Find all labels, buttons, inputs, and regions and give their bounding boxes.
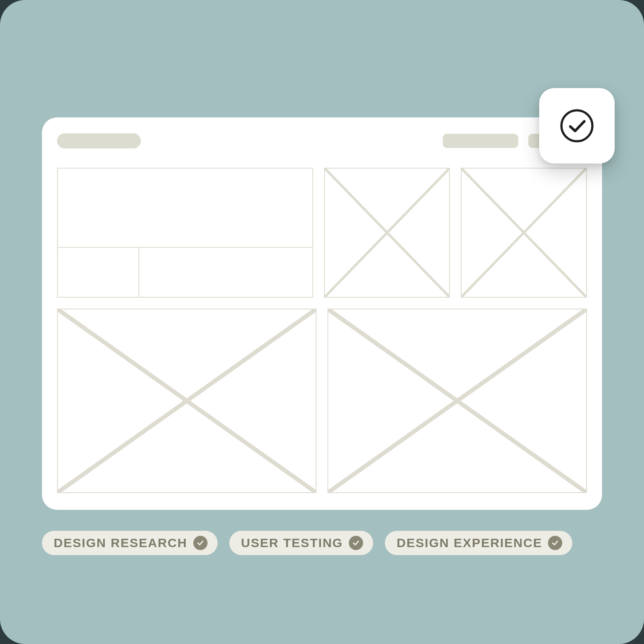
nav-placeholder-1[interactable] (443, 134, 518, 148)
panel-top-left-upper (58, 169, 312, 247)
completion-badge (539, 88, 615, 164)
tag-chip-row: DESIGN RESEARCH USER TESTING DESIGN EXPE… (42, 531, 572, 555)
tag-chip-design-experience[interactable]: DESIGN EXPERIENCE (385, 531, 572, 555)
check-icon (548, 536, 562, 550)
topbar-left (57, 133, 141, 148)
content-row-bottom (57, 309, 587, 493)
check-icon (349, 536, 363, 550)
check-icon (193, 536, 208, 550)
panel-top-left-lower (58, 247, 312, 297)
image-placeholder-top-right (461, 168, 587, 298)
panel-top-left-lower-a (58, 248, 139, 297)
content-row-top (57, 168, 587, 298)
wireframe-window (42, 117, 602, 510)
tag-chip-design-research[interactable]: DESIGN RESEARCH (42, 531, 218, 555)
chip-label: USER TESTING (241, 536, 343, 550)
logo-placeholder (57, 133, 141, 148)
wireframe-canvas: DESIGN RESEARCH USER TESTING DESIGN EXPE… (0, 0, 644, 644)
panel-top-left (57, 168, 313, 298)
wireframe-content (57, 168, 587, 493)
svg-point-8 (561, 110, 592, 141)
image-placeholder-bottom-right (327, 309, 587, 493)
image-placeholder-bottom-left (57, 309, 317, 493)
window-topbar (57, 129, 587, 153)
check-circle-icon (558, 107, 595, 144)
tag-chip-user-testing[interactable]: USER TESTING (229, 531, 373, 555)
image-placeholder-top-mid (324, 168, 450, 298)
chip-label: DESIGN RESEARCH (54, 536, 187, 550)
panel-top-left-lower-b (139, 248, 312, 297)
chip-label: DESIGN EXPERIENCE (397, 536, 542, 550)
